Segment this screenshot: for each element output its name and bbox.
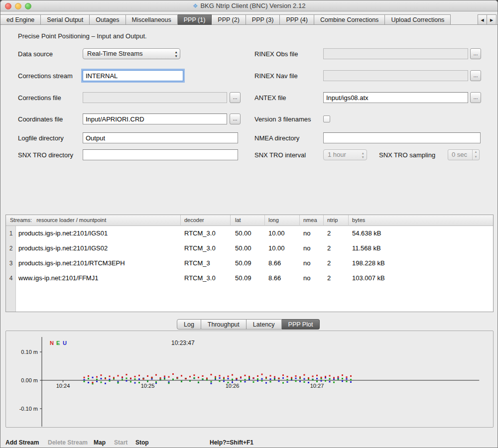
svg-text:E: E bbox=[56, 340, 60, 346]
logfile-directory-input[interactable] bbox=[83, 132, 238, 143]
row-number-gutter bbox=[6, 226, 16, 312]
nmea-directory-label: NMEA directory bbox=[254, 134, 299, 142]
antex-file-input[interactable] bbox=[323, 92, 468, 103]
add-stream-button[interactable]: Add Stream bbox=[5, 439, 39, 446]
tab-serial-output[interactable]: Serial Output bbox=[41, 14, 90, 25]
rinex-nav-browse-button[interactable]: ... bbox=[470, 70, 481, 81]
version3-filenames-label: Version 3 filenames bbox=[254, 115, 311, 123]
bnc-window: ❖BKG Ntrip Client (BNC) Version 2.12 ed … bbox=[0, 0, 498, 448]
svg-text:0.10 m: 0.10 m bbox=[21, 349, 38, 355]
row-number: 3 bbox=[6, 260, 16, 267]
tab-combine-corrections[interactable]: Combine Corrections bbox=[314, 14, 385, 25]
corrections-file-browse-button[interactable]: ... bbox=[230, 92, 241, 103]
corrections-stream-label: Corrections stream bbox=[18, 72, 73, 80]
tab-latency[interactable]: Latency bbox=[247, 319, 282, 330]
tab-ppp-plot[interactable]: PPP Plot bbox=[282, 319, 320, 330]
svg-text:10:26: 10:26 bbox=[226, 383, 240, 389]
tab-scroll-buttons: ◀ ▶ bbox=[478, 14, 497, 25]
svg-text:10:24: 10:24 bbox=[56, 383, 70, 389]
window-title: ❖BKG Ntrip Client (BNC) Version 2.12 bbox=[0, 0, 498, 11]
stepper-arrows-icon[interactable]: ▲▼ bbox=[472, 150, 479, 160]
snx-tro-sampling-spinner[interactable]: 0 sec ▲▼ bbox=[448, 149, 480, 160]
header-bytes: bytes bbox=[352, 217, 365, 223]
header-long: long bbox=[268, 217, 279, 223]
streams-table: Streams: resource loader / mountpoint de… bbox=[5, 215, 494, 312]
tab-ppp-1[interactable]: PPP (1) bbox=[178, 14, 212, 25]
corrections-stream-input[interactable] bbox=[83, 70, 183, 81]
data-source-label: Data source bbox=[18, 50, 53, 58]
snx-tro-sampling-label: SNX TRO sampling bbox=[379, 151, 435, 159]
row-number: 4 bbox=[6, 275, 16, 282]
tab-feed-engine[interactable]: ed Engine bbox=[0, 14, 41, 25]
rinex-obs-file-input[interactable] bbox=[323, 48, 468, 59]
nmea-directory-input[interactable] bbox=[323, 132, 481, 143]
tab-outages[interactable]: Outages bbox=[90, 14, 125, 25]
data-source-popup[interactable]: Real-Time Streams ▲▼ bbox=[83, 48, 180, 59]
start-button[interactable]: Start bbox=[114, 439, 127, 446]
snx-tro-directory-input[interactable] bbox=[83, 149, 238, 160]
delete-stream-button[interactable]: Delete Stream bbox=[48, 439, 88, 446]
header-lat: lat bbox=[235, 217, 241, 223]
snx-tro-interval-label: SNX TRO interval bbox=[254, 151, 306, 159]
corrections-file-label: Corrections file bbox=[18, 94, 61, 102]
bottom-tab-bar: Log Throughput Latency PPP Plot bbox=[177, 319, 320, 330]
ppp-plot-chart: 10:2410:2510:2610:270.10 m0.00 m-0.10 mN… bbox=[6, 331, 493, 427]
row-number: 2 bbox=[6, 245, 16, 252]
svg-text:10:25: 10:25 bbox=[141, 383, 155, 389]
antex-browse-button[interactable]: ... bbox=[470, 92, 481, 103]
tab-log[interactable]: Log bbox=[177, 319, 201, 330]
tab-scroll-right-icon[interactable]: ▶ bbox=[487, 14, 497, 25]
rinex-obs-browse-button[interactable]: ... bbox=[470, 48, 481, 59]
svg-text:10:27: 10:27 bbox=[310, 383, 324, 389]
rinex-obs-file-label: RINEX Obs file bbox=[254, 50, 298, 58]
svg-text:0.00 m: 0.00 m bbox=[21, 377, 38, 383]
header-ntrip: ntrip bbox=[327, 217, 338, 223]
svg-text:N: N bbox=[50, 340, 54, 346]
map-button[interactable]: Map bbox=[94, 439, 106, 446]
tab-ppp-3[interactable]: PPP (3) bbox=[246, 14, 280, 25]
svg-text:-0.10 m: -0.10 m bbox=[19, 406, 38, 412]
ppp-heading: Precise Point Positioning – Input and Ou… bbox=[18, 32, 147, 40]
header-nmea: nmea bbox=[303, 217, 317, 223]
ppp-plot-panel: 10:2410:2510:2610:270.10 m0.00 m-0.10 mN… bbox=[5, 331, 494, 428]
header-decoder: decoder bbox=[184, 217, 204, 223]
snx-tro-interval-popup[interactable]: 1 hour ▲▼ bbox=[323, 149, 367, 160]
tab-ppp-2[interactable]: PPP (2) bbox=[212, 14, 246, 25]
row-number: 1 bbox=[6, 230, 16, 237]
version3-filenames-checkbox[interactable] bbox=[323, 115, 330, 122]
svg-text:10:23:47: 10:23:47 bbox=[171, 339, 195, 346]
antex-file-label: ANTEX file bbox=[254, 94, 286, 102]
header-streams-mountpoint: Streams: resource loader / mountpoint bbox=[10, 217, 106, 223]
rinex-nav-file-label: RINEX Nav file bbox=[254, 72, 298, 80]
snx-tro-directory-label: SNX TRO directory bbox=[18, 151, 73, 159]
title-bar: ❖BKG Ntrip Client (BNC) Version 2.12 bbox=[0, 0, 498, 11]
popup-arrows-icon: ▲▼ bbox=[362, 151, 365, 159]
tab-upload-corrections[interactable]: Upload Corrections bbox=[385, 14, 451, 25]
tab-ppp-4[interactable]: PPP (4) bbox=[280, 14, 314, 25]
corrections-file-input[interactable] bbox=[83, 92, 227, 103]
rinex-nav-file-input[interactable] bbox=[323, 70, 468, 81]
logfile-directory-label: Logfile directory bbox=[18, 134, 64, 142]
coordinates-file-input[interactable] bbox=[83, 113, 227, 124]
tab-miscellaneous[interactable]: Miscellaneous bbox=[126, 14, 178, 25]
streams-table-header: Streams: resource loader / mountpoint de… bbox=[6, 215, 493, 226]
coordinates-file-label: Coordinates file bbox=[18, 115, 63, 123]
tab-scroll-left-icon[interactable]: ◀ bbox=[478, 14, 487, 25]
svg-text:U: U bbox=[63, 340, 67, 346]
help-hint: Help?=Shift+F1 bbox=[210, 439, 253, 446]
popup-arrows-icon: ▲▼ bbox=[175, 50, 178, 58]
app-icon: ❖ bbox=[193, 2, 198, 9]
coordinates-file-browse-button[interactable]: ... bbox=[230, 113, 241, 124]
tab-throughput[interactable]: Throughput bbox=[201, 319, 247, 330]
top-tab-bar: ed Engine Serial Output Outages Miscella… bbox=[0, 14, 498, 25]
stop-button[interactable]: Stop bbox=[135, 439, 149, 446]
